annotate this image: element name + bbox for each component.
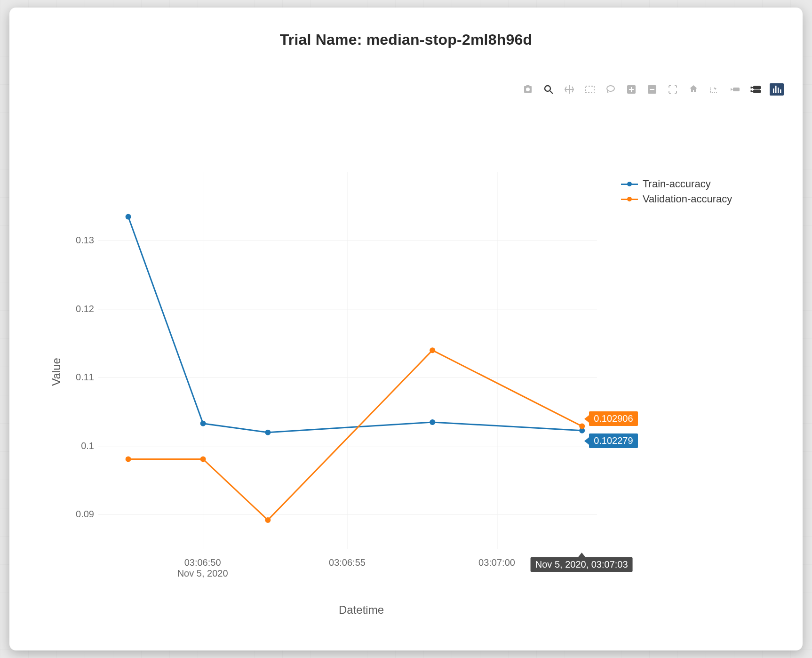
data-point[interactable] bbox=[126, 456, 131, 462]
data-point[interactable] bbox=[430, 347, 435, 353]
zoom-out-button[interactable] bbox=[645, 83, 659, 96]
lasso-select-button[interactable] bbox=[604, 83, 617, 96]
plot-svg[interactable] bbox=[98, 172, 597, 549]
legend-item-train[interactable]: Train-accuracy bbox=[621, 178, 732, 190]
hover-compare-button[interactable] bbox=[749, 83, 762, 96]
data-point[interactable] bbox=[430, 419, 435, 425]
zoom-in-button[interactable] bbox=[625, 83, 638, 96]
y-tick: 0.13 bbox=[56, 235, 94, 246]
svg-rect-7 bbox=[733, 88, 740, 91]
title-bar: Trial Name: median-stop-2ml8h96d bbox=[9, 31, 803, 48]
svg-rect-11 bbox=[775, 86, 777, 93]
data-point[interactable] bbox=[126, 214, 131, 220]
box-select-button[interactable] bbox=[583, 83, 597, 96]
y-tick: 0.1 bbox=[56, 441, 94, 451]
reset-axes-button[interactable] bbox=[687, 83, 700, 96]
hover-x-label: Nov 5, 2020, 03:07:03 bbox=[531, 557, 633, 572]
svg-rect-13 bbox=[780, 89, 781, 93]
svg-point-3 bbox=[607, 86, 614, 91]
hover-value-validation: 0.102906 bbox=[589, 411, 637, 426]
svg-rect-12 bbox=[778, 88, 779, 93]
hover-value-train-arrow-icon bbox=[584, 437, 589, 445]
toggle-spikelines-button[interactable] bbox=[708, 83, 721, 96]
legend-label-validation: Validation-accuracy bbox=[643, 193, 732, 205]
svg-rect-2 bbox=[586, 86, 594, 93]
legend: Train-accuracy Validation-accuracy bbox=[621, 178, 732, 208]
legend-label-train: Train-accuracy bbox=[643, 178, 711, 190]
pan-button[interactable] bbox=[563, 83, 576, 96]
series-line[interactable] bbox=[128, 217, 582, 433]
x-tick: 03:07:00 bbox=[478, 557, 515, 568]
svg-rect-8 bbox=[753, 86, 761, 89]
svg-point-0 bbox=[545, 86, 550, 91]
x-axis-title: Datetime bbox=[339, 603, 384, 617]
y-tick: 0.12 bbox=[56, 304, 94, 314]
data-point[interactable] bbox=[265, 430, 271, 435]
hover-closest-button[interactable] bbox=[728, 83, 741, 96]
plot[interactable] bbox=[98, 172, 597, 549]
hover-value-train: 0.102279 bbox=[589, 433, 637, 448]
data-point[interactable] bbox=[579, 424, 585, 429]
svg-line-1 bbox=[550, 91, 553, 94]
autoscale-button[interactable] bbox=[666, 83, 679, 96]
y-tick: 0.09 bbox=[56, 509, 94, 520]
zoom-button[interactable] bbox=[542, 83, 555, 96]
hover-value-validation-arrow-icon bbox=[584, 415, 589, 423]
chart-title: Trial Name: median-stop-2ml8h96d bbox=[280, 31, 532, 48]
data-point[interactable] bbox=[200, 456, 206, 462]
x-tick: 03:06:55 bbox=[329, 557, 366, 568]
x-tick: 03:06:50Nov 5, 2020 bbox=[177, 557, 228, 579]
plot-toolbar bbox=[521, 83, 784, 96]
svg-rect-9 bbox=[753, 90, 761, 93]
download-png-button[interactable] bbox=[521, 83, 534, 96]
plotly-logo-button[interactable] bbox=[770, 83, 784, 96]
y-tick: 0.11 bbox=[56, 372, 94, 383]
svg-point-6 bbox=[715, 88, 716, 89]
series-line[interactable] bbox=[128, 350, 582, 520]
chart-area[interactable]: Value Datetime Train-accuracy Validation… bbox=[9, 130, 803, 624]
data-point[interactable] bbox=[265, 517, 271, 523]
data-point[interactable] bbox=[200, 421, 206, 426]
svg-rect-10 bbox=[773, 88, 774, 93]
legend-item-validation[interactable]: Validation-accuracy bbox=[621, 193, 732, 205]
chart-modal: Trial Name: median-stop-2ml8h96d bbox=[9, 8, 803, 650]
